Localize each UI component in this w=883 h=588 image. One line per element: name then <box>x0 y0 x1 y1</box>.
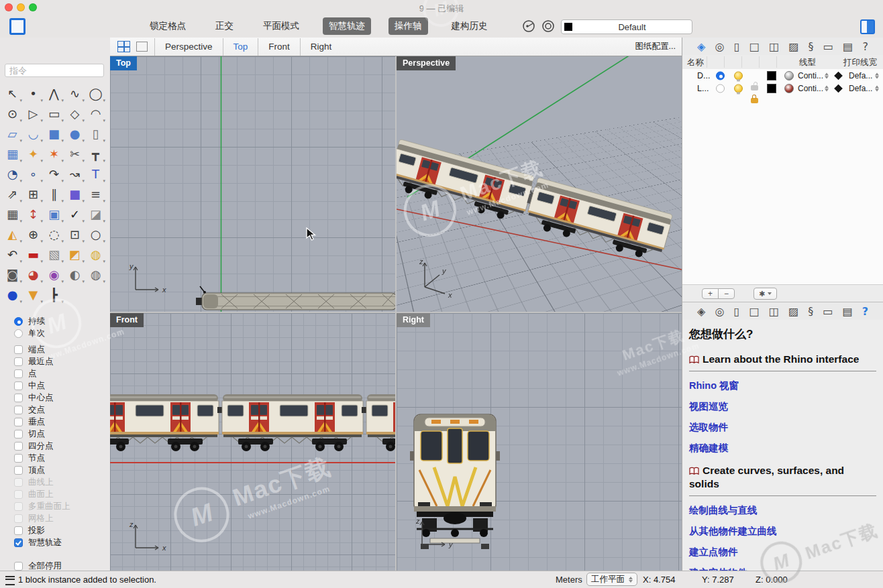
linetype-stepper[interactable] <box>825 72 829 78</box>
osnap-多重曲面上[interactable]: 多重曲面上 <box>0 500 110 512</box>
print-width-stepper[interactable] <box>875 72 879 78</box>
viewport-perspective[interactable]: z y x Perspective <box>397 56 682 312</box>
osnap-点[interactable]: 点 <box>0 367 110 379</box>
viewport-tab-Perspective[interactable]: Perspective <box>154 38 223 56</box>
tool-magnifier[interactable]: ○ <box>85 224 106 244</box>
osnap-中点[interactable]: 中点 <box>0 379 110 392</box>
tool-zoom-extents[interactable]: ⊡ <box>64 224 85 244</box>
tool-rectangle[interactable]: ▭ <box>44 103 64 123</box>
layer-print-width[interactable]: Defa... <box>849 71 872 80</box>
osnap-智慧轨迹[interactable]: 智慧轨迹 <box>0 536 110 548</box>
tool-copy[interactable]: ▣ <box>44 204 64 224</box>
panel-tab-notes[interactable]: § <box>808 305 813 318</box>
tool-point-cloud[interactable]: ◔ <box>2 164 23 184</box>
tool-color-wheel[interactable]: ◉ <box>44 264 64 284</box>
current-layer-combo[interactable]: Default <box>561 19 692 34</box>
osnap-垂点[interactable]: 垂点 <box>0 416 110 428</box>
tool-move[interactable]: ⇗ <box>2 184 23 204</box>
viewport-right[interactable]: z y Right <box>397 313 682 571</box>
tool-surface-3pt[interactable]: ▱ <box>2 123 23 143</box>
osnap-mode-单次[interactable]: 单次 <box>0 327 110 339</box>
panel-tab-help[interactable]: ? <box>862 305 868 318</box>
layer-row[interactable]: L... Conti... Defa... <box>682 82 883 95</box>
tool-render[interactable]: ● <box>2 284 23 304</box>
osnap-端点[interactable]: 端点 <box>0 343 110 355</box>
linetype-stepper[interactable] <box>825 85 829 91</box>
panel-tab-camera[interactable]: ◫ <box>769 40 779 53</box>
tool-polygon[interactable]: ◇ <box>64 103 85 123</box>
panel-tab-display[interactable]: ◎ <box>715 40 725 53</box>
four-viewports-icon[interactable] <box>117 41 130 52</box>
print-width-stepper[interactable] <box>875 85 879 91</box>
tool-lamp[interactable]: ◍ <box>85 244 106 264</box>
panel-tab-page[interactable]: ▯ <box>734 40 740 53</box>
osnap-交点[interactable]: 交点 <box>0 404 110 416</box>
viewport-tab-Front[interactable]: Front <box>258 38 300 56</box>
viewport-label-front[interactable]: Front <box>110 313 144 327</box>
tool-split[interactable]: ┳ <box>85 143 106 164</box>
osnap-最近点[interactable]: 最近点 <box>0 355 110 367</box>
current-layer-radio[interactable] <box>716 71 725 80</box>
help-link-绘制曲线与直线[interactable]: 绘制曲线与直线 <box>689 504 876 517</box>
tool-scale[interactable]: ↕ <box>23 204 44 224</box>
panel-tab-box[interactable]: □ <box>749 40 760 53</box>
layout-config-button[interactable]: 图纸配置... <box>635 41 682 52</box>
tool-zoom-dynamic[interactable]: ⊕ <box>23 224 44 244</box>
panel-tab-display[interactable]: ◎ <box>715 305 724 318</box>
help-link-视图巡览[interactable]: 视图巡览 <box>689 400 876 413</box>
toolbar-toggle-智慧轨迹[interactable]: 智慧轨迹 <box>323 17 371 35</box>
layer-print-width[interactable]: Defa... <box>849 84 872 93</box>
panel-tab-hatch[interactable]: ▨ <box>788 40 798 53</box>
tool-mirror[interactable]: ∥ <box>44 184 64 204</box>
tool-lock-objects[interactable]: ◙ <box>2 264 23 284</box>
tool-named-view[interactable]: ▬ <box>23 244 44 264</box>
panel-tab-layers[interactable]: ◈ <box>697 40 705 53</box>
osnap-中心点[interactable]: 中心点 <box>0 392 110 404</box>
current-layer-radio[interactable] <box>716 84 725 93</box>
help-link-精确建模[interactable]: 精确建模 <box>689 442 876 455</box>
osnap-节点[interactable]: 节点 <box>0 452 110 464</box>
layer-visibility-bulb-icon[interactable] <box>734 71 743 80</box>
panel-tab-box[interactable]: □ <box>749 305 759 318</box>
panel-tab-layers[interactable]: ◈ <box>697 305 705 318</box>
layer-settings-button[interactable]: ✱ <box>754 288 777 300</box>
viewport-divider-horizontal[interactable] <box>110 312 682 313</box>
tool-curve[interactable]: ∿ <box>64 83 85 103</box>
command-input[interactable] <box>5 64 104 77</box>
tool-layout[interactable]: ◩ <box>64 244 85 264</box>
tool-shaded-view[interactable]: ◐ <box>64 264 85 284</box>
tool-hierarchy[interactable]: ┣ <box>44 284 64 304</box>
layer-color-swatch[interactable] <box>767 84 776 93</box>
tool-boolean[interactable]: ✦ <box>23 143 44 164</box>
tool-wireframe-view[interactable]: ◍ <box>85 264 106 284</box>
rhino-app-icon[interactable] <box>9 18 25 35</box>
print-color-diamond[interactable] <box>834 71 843 80</box>
tool-surface-patch[interactable]: ◡ <box>23 123 44 143</box>
panel-tab-page[interactable]: ▯ <box>734 305 740 318</box>
remove-layer-button[interactable]: − <box>718 288 735 299</box>
tool-point[interactable]: • <box>23 83 44 103</box>
toolbar-toggle-锁定格点[interactable]: 锁定格点 <box>144 17 192 35</box>
tool-orient[interactable]: ◭ <box>2 224 23 244</box>
tool-circle-2pt[interactable]: ∘ <box>23 164 44 184</box>
cplane-selector[interactable]: 工作平面 <box>586 573 637 586</box>
help-link-Rhino 视窗[interactable]: Rhino 视窗 <box>689 379 876 392</box>
osnap-顶点[interactable]: 顶点 <box>0 464 110 476</box>
tool-blend-curve[interactable]: ↝ <box>64 164 85 184</box>
osnap-四分点[interactable]: 四分点 <box>0 440 110 452</box>
toolbar-toggle-正交[interactable]: 正交 <box>209 17 240 35</box>
layer-material-sphere[interactable] <box>784 84 794 93</box>
tool-circle[interactable]: ◯ <box>85 83 106 103</box>
tool-arc[interactable]: ▷ <box>23 103 44 123</box>
tool-text[interactable]: T <box>85 164 106 184</box>
layer-row[interactable]: D... Conti... Defa... <box>682 69 883 82</box>
osnap-切点[interactable]: 切点 <box>0 428 110 440</box>
tool-block[interactable]: ■ <box>64 184 85 204</box>
tool-hatch[interactable]: ≡ <box>85 184 106 204</box>
viewport-label-top[interactable]: Top <box>110 56 137 70</box>
toolbar-toggle-操作轴[interactable]: 操作轴 <box>388 17 428 35</box>
viewport-label-right[interactable]: Right <box>397 313 430 327</box>
tool-select[interactable]: ↖ <box>2 83 23 103</box>
panel-tab-rectangle[interactable]: ▭ <box>823 305 833 318</box>
single-viewport-icon[interactable] <box>136 42 148 52</box>
